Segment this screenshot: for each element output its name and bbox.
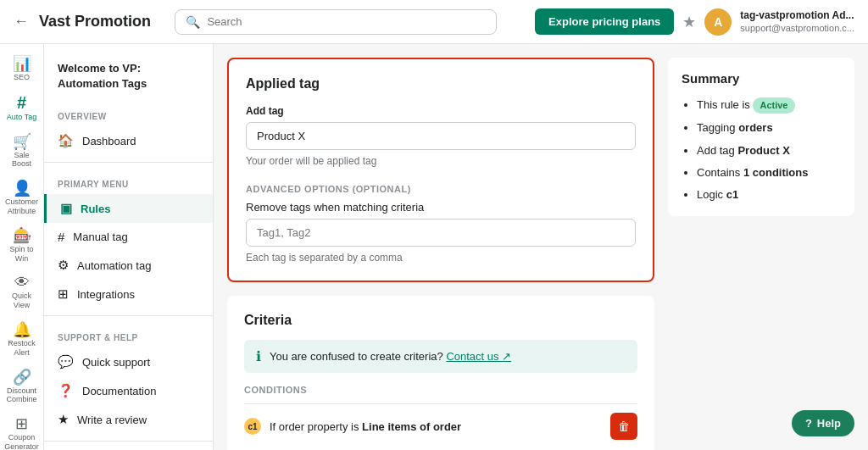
app-title: Vast Promotion [39,13,151,31]
summary-status: This rule is Active [697,97,841,114]
summary-conditions-value: 1 conditions [743,166,809,179]
criteria-info-text: You are confused to create criteria? Con… [270,350,511,363]
main-content: Applied tag Add tag Your order will be a… [214,44,868,450]
summary-panel: Summary This rule is Active Tagging orde… [668,58,854,436]
advanced-options-label: ADVANCED OPTIONS (OPTIONAL) [246,184,636,194]
star-icon[interactable]: ★ [682,13,696,31]
customer-icon: 👤 [13,181,31,196]
remove-tags-input[interactable] [246,219,636,247]
add-tag-label: Add tag [246,105,636,117]
sidebar-nav: Welcome to VP: Automation Tags OVERVIEW … [44,44,214,450]
manual-tag-label: Manual tag [73,231,127,243]
help-circle-icon: ? [805,417,812,430]
advanced-section: ADVANCED OPTIONS (OPTIONAL) Remove tags … [246,184,636,264]
sidebar-welcome: Welcome to VP: Automation Tags [44,54,213,102]
restock-icon: 🔔 [13,322,31,337]
summary-title: Summary [682,71,841,86]
back-button[interactable]: ← [14,13,29,31]
sidebar-item-automation-tag[interactable]: ⚙ Automation tag [44,251,213,280]
search-bar[interactable]: 🔍 [175,9,497,35]
sidebar-item-integrations[interactable]: ⊞ Integrations [44,280,213,308]
discount-icon: 🔗 [13,369,31,385]
primary-section-label: PRIMARY MENU [44,169,213,194]
condition-text-c1: If order property is Line items of order [270,420,602,433]
automation-tag-icon: ⚙ [58,258,69,273]
overview-section-label: OVERVIEW [44,102,213,126]
review-label: Write a review [77,414,147,426]
summary-tagging: Tagging orders [697,120,841,136]
sidebar-item-quick-support[interactable]: 💬 Quick support [44,347,213,376]
conditions-label: CONDITIONS [244,385,637,395]
avatar: A [704,8,732,36]
search-icon: 🔍 [186,15,200,29]
user-info: tag-vastpromotion Ad... support@vastprom… [740,9,854,35]
question-icon: ❓ [58,383,74,398]
sidebar-icon-seo[interactable]: 📊 SEO [2,51,42,87]
star-nav-icon: ★ [58,412,69,427]
sidebar-item-review[interactable]: ★ Write a review [44,405,213,434]
summary-logic: Logic c1 [697,187,841,203]
criteria-card: Criteria ℹ You are confused to create cr… [227,296,654,450]
autotag-icon: # [17,94,26,111]
quickview-icon: 👁 [14,275,30,290]
main-left: Applied tag Add tag Your order will be a… [227,58,654,436]
quick-support-label: Quick support [82,356,150,369]
user-name: tag-vastpromotion Ad... [740,9,854,23]
summary-card: Summary This rule is Active Tagging orde… [668,58,854,216]
home-icon: 🏠 [58,133,74,148]
sidebar-item-manual-tag[interactable]: # Manual tag [44,223,213,251]
automation-tag-label: Automation tag [77,259,151,272]
sidebar-item-rules[interactable]: ▣ Rules [44,194,213,223]
condition-delete-button[interactable]: 🗑 [610,413,637,440]
seo-icon: 📊 [13,56,31,71]
coupon-icon: ⊞ [15,416,28,431]
add-tag-hint: Your order will be applied tag [246,155,636,167]
sidebar-icon-discount[interactable]: 🔗 Discount Combine [2,364,42,410]
pricing-button[interactable]: Explore pricing plans [535,8,674,35]
contact-us-link[interactable]: Contact us ↗ [446,350,511,363]
sidebar-icon-autotag[interactable]: # Auto Tag [2,89,42,127]
condition-badge-c1: c1 [244,418,261,435]
saleboost-icon: 🛒 [13,134,31,149]
search-input[interactable] [207,15,486,28]
welcome-text: Welcome to VP: Automation Tags [58,62,147,90]
nav-divider-3 [44,441,213,442]
nav-divider-2 [44,315,213,316]
support-section-label: SUPPORT & HELP [44,323,213,347]
sidebar-item-dashboard[interactable]: 🏠 Dashboard [44,126,213,155]
summary-list: This rule is Active Tagging orders Add t… [682,97,841,203]
spintowin-icon: 🎰 [13,228,31,243]
sidebar-icon-spintowin[interactable]: 🎰 Spin to Win [2,223,42,269]
header-actions: Explore pricing plans ★ A tag-vastpromot… [535,8,854,36]
dashboard-label: Dashboard [82,135,136,147]
applied-tag-card: Applied tag Add tag Your order will be a… [227,58,654,282]
nav-divider-1 [44,162,213,163]
condition-value-c1: Line items of order [362,420,461,433]
sidebar-icon-quickview[interactable]: 👁 Quick View [2,269,42,315]
condition-row: c1 If order property is Line items of or… [244,403,637,448]
criteria-info-box: ℹ You are confused to create criteria? C… [244,340,637,373]
summary-logic-value: c1 [726,188,738,201]
add-tag-input[interactable] [246,122,636,150]
integrations-icon: ⊞ [58,286,69,302]
sidebar-icon-coupon[interactable]: ⊞ Coupon Generator [2,411,42,450]
rules-label: Rules [81,203,110,215]
main-layout: 📊 SEO # Auto Tag 🛒 Sale Boost 👤 Customer… [0,44,868,450]
summary-tag-value: Product X [737,144,789,157]
rules-icon: ▣ [60,201,72,216]
summary-tagging-value: orders [738,121,772,134]
sidebar-icon-customer[interactable]: 👤 Customer Attribute [2,175,42,221]
status-badge: Active [753,97,794,114]
manual-tag-icon: # [58,230,64,244]
criteria-title: Criteria [244,313,637,328]
documentation-label: Documentation [82,385,156,397]
app-header: ← Vast Promotion 🔍 Explore pricing plans… [0,0,868,44]
chat-icon: 💬 [58,354,74,369]
help-button[interactable]: ? Help [792,410,854,436]
help-label: Help [817,417,841,430]
sidebar-item-documentation[interactable]: ❓ Documentation [44,376,213,405]
sidebar-icon-saleboost[interactable]: 🛒 Sale Boost [2,129,42,175]
remove-tags-hint: Each tag is separated by a comma [246,252,636,264]
integrations-label: Integrations [77,288,135,301]
sidebar-icon-restock[interactable]: 🔔 Restock Alert [2,317,42,363]
